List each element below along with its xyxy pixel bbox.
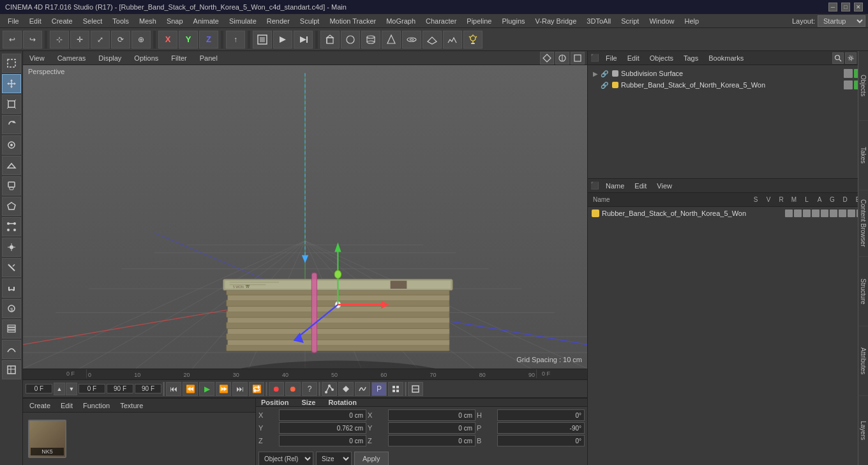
menu-animate[interactable]: Animate [188, 16, 224, 26]
tool-workplane[interactable] [2, 156, 21, 175]
go-to-start-btn[interactable]: ⏮ [166, 382, 181, 396]
vp-menu-panel[interactable]: Panel [196, 54, 221, 63]
record-all-btn[interactable]: ⏺ [285, 382, 301, 396]
tool-measure[interactable]: $ [2, 299, 21, 318]
timeline-toggle-btn[interactable] [408, 382, 423, 396]
obj-visible-2[interactable] [844, 80, 853, 89]
tool-polygon[interactable] [2, 197, 21, 216]
menu-motion-tracker[interactable]: Motion Tracker [324, 16, 381, 26]
attr-edit-btn[interactable]: Edit [631, 181, 650, 190]
world-coords-button[interactable]: ↑ [226, 31, 245, 49]
cube-button[interactable] [320, 31, 340, 49]
apply-button[interactable]: Apply [354, 452, 389, 465]
move-tool-button[interactable]: ✛ [70, 31, 89, 49]
tool-layers[interactable] [2, 319, 21, 339]
vp-menu-display[interactable]: Display [94, 54, 125, 63]
menu-tools[interactable]: Tools [107, 16, 134, 26]
plane-button[interactable] [423, 31, 442, 49]
tab-structure[interactable]: Structure [858, 256, 868, 326]
attr-name-btn[interactable]: Name [602, 181, 628, 190]
redo-button[interactable]: ↪ [23, 31, 42, 49]
mat-edit-btn[interactable]: Edit [57, 401, 77, 410]
tool-select[interactable] [2, 54, 21, 73]
obj-item-subdivision[interactable]: ▶ 🔗 Subdivision Surface [590, 68, 865, 79]
tab-attributes[interactable]: Attributes [858, 326, 868, 395]
ry-input[interactable]: -90° [497, 422, 585, 434]
menu-simulate[interactable]: Simulate [224, 16, 262, 26]
objects-edit-btn[interactable]: Edit [624, 54, 643, 63]
render-region-button[interactable] [253, 31, 272, 49]
obj-settings-btn[interactable] [845, 52, 857, 64]
rz-input[interactable]: 0° [497, 435, 585, 446]
vp-menu-filter[interactable]: Filter [167, 54, 190, 63]
objects-bookmarks-btn[interactable]: Bookmarks [705, 54, 747, 63]
menu-select[interactable]: Select [78, 16, 108, 26]
py-input[interactable]: 0.762 cm [279, 422, 366, 434]
attr-r-1[interactable] [803, 210, 811, 217]
tool-paint[interactable] [2, 176, 21, 195]
pz-input[interactable]: 0 cm [279, 435, 366, 446]
tool-knife[interactable] [2, 258, 21, 277]
select-tool-button[interactable]: ⊹ [50, 31, 69, 49]
menu-3dtoall[interactable]: 3DToAll [581, 16, 616, 26]
scale-tool-button[interactable]: ⤢ [91, 31, 110, 49]
objects-tags-btn[interactable]: Tags [680, 54, 702, 63]
attr-s-1[interactable] [785, 210, 793, 217]
menu-edit[interactable]: Edit [24, 16, 47, 26]
rotate-tool-button[interactable]: ⟳ [111, 31, 130, 49]
tab-takes[interactable]: Takes [858, 120, 868, 190]
menu-help[interactable]: Help [680, 16, 705, 26]
end-frame-input[interactable] [107, 384, 133, 393]
vp-btn-1[interactable] [540, 52, 554, 65]
x-axis-button[interactable]: X [158, 31, 177, 49]
size-mode-select[interactable]: Size Scale [316, 452, 352, 465]
tool-point[interactable] [2, 238, 21, 257]
attr-m-1[interactable] [812, 210, 819, 217]
minimize-button[interactable]: ─ [828, 3, 837, 11]
render-to-picture-button[interactable] [294, 31, 313, 49]
close-button[interactable]: ✕ [854, 3, 863, 11]
mat-function-btn[interactable]: Function [79, 401, 114, 410]
frame-up-btn[interactable]: ▲ [54, 383, 65, 395]
material-thumbnail[interactable]: NK5 [28, 420, 66, 458]
px-input[interactable]: 0 cm [279, 409, 366, 421]
obj-search-btn[interactable] [832, 52, 844, 64]
attr-v-1[interactable] [794, 210, 802, 217]
frame-down-btn[interactable]: ▼ [66, 383, 77, 395]
torus-button[interactable] [402, 31, 421, 49]
loop-btn[interactable]: 🔁 [249, 382, 264, 396]
vp-btn-2[interactable] [555, 52, 569, 65]
attr-g-1[interactable] [839, 210, 846, 217]
vp-btn-3[interactable] [571, 52, 585, 65]
next-frame-btn[interactable]: ⏩ [216, 382, 231, 396]
rx-input[interactable]: 0° [497, 409, 585, 421]
sx-input[interactable]: 0 cm [388, 409, 475, 421]
grid-keyframe-btn[interactable] [388, 382, 403, 396]
menu-file[interactable]: File [3, 16, 24, 26]
sy-input[interactable]: 0 cm [388, 422, 475, 434]
cylinder-button[interactable] [361, 31, 380, 49]
sphere-button[interactable] [341, 31, 360, 49]
obj-visible-1[interactable] [844, 69, 853, 78]
light-button[interactable] [463, 31, 483, 49]
tool-array[interactable] [2, 360, 21, 379]
tool-snap[interactable] [2, 135, 21, 155]
tab-content-browser[interactable]: Content Browser [858, 190, 868, 257]
attr-row-rubber-band[interactable]: Rubber_Band_Stack_of_North_Korea_5_Won [589, 208, 867, 218]
keyframe-help-btn[interactable]: ? [302, 382, 317, 396]
end-frame-input2[interactable] [135, 384, 161, 393]
tab-objects[interactable]: Objects [858, 51, 868, 120]
menu-character[interactable]: Character [421, 16, 461, 26]
attr-l-1[interactable] [821, 210, 828, 217]
tool-magnet[interactable] [2, 278, 21, 298]
y-axis-button[interactable]: Y [179, 31, 198, 49]
menu-window[interactable]: Window [644, 16, 679, 26]
objects-file-btn[interactable]: File [602, 54, 621, 63]
menu-plugins[interactable]: Plugins [497, 16, 530, 26]
sz-input[interactable]: 0 cm [388, 435, 475, 446]
cone-button[interactable] [382, 31, 401, 49]
start-frame-input[interactable] [79, 384, 105, 393]
play-btn[interactable]: ▶ [199, 382, 214, 396]
tool-scale[interactable] [2, 95, 21, 114]
menu-pipeline[interactable]: Pipeline [461, 16, 497, 26]
